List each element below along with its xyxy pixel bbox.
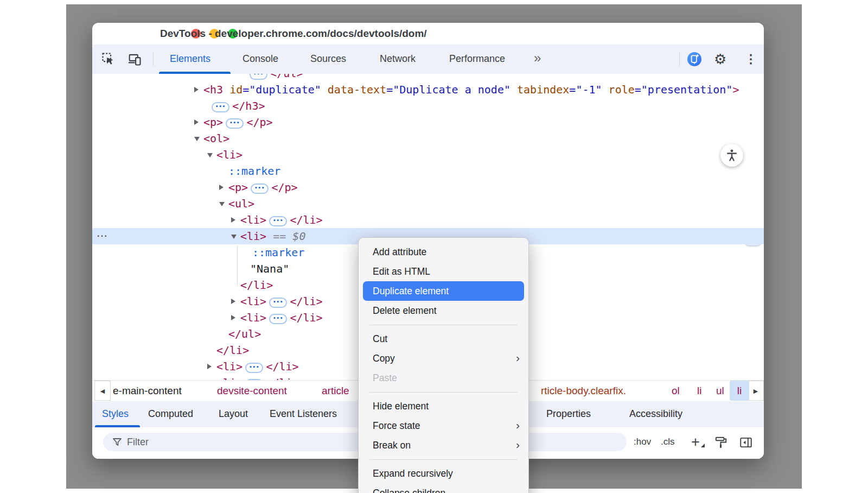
- more-tabs-button[interactable]: »: [534, 45, 540, 72]
- tree-row[interactable]: "Nana": [250, 261, 289, 277]
- ellipsis-expander-icon[interactable]: •••: [269, 216, 287, 226]
- tree-row[interactable]: <h3 id="duplicate" data-text="Duplicate …: [203, 81, 739, 98]
- collapse-arrow-icon[interactable]: [219, 202, 225, 206]
- submenu-chevron-icon: ›: [516, 348, 520, 368]
- selected-row-dots[interactable]: ⋯: [97, 228, 107, 244]
- tree-row[interactable]: <ol>: [203, 130, 229, 147]
- crumb-forward-button[interactable]: ▶: [748, 381, 764, 401]
- accessibility-overlay-button[interactable]: [720, 144, 743, 167]
- breadcrumb-item-article[interactable]: article: [322, 381, 349, 401]
- window-titlebar: DevTools - developer.chrome.com/docs/dev…: [92, 23, 764, 45]
- sidebar-tab-event-listeners[interactable]: Event Listeners: [270, 401, 337, 427]
- code-segment-tag: <li>: [240, 295, 266, 308]
- breadcrumb-item-rticle-body-clearfix[interactable]: rticle-body.clearfix.: [541, 381, 626, 401]
- tree-row[interactable]: <p>•••</p>: [203, 114, 273, 130]
- tab-network[interactable]: Network: [380, 45, 416, 73]
- breadcrumb-item-li[interactable]: li: [697, 381, 701, 401]
- tree-row[interactable]: <li>•••</li>: [240, 309, 323, 326]
- tree-row[interactable]: <li>•••</li>: [240, 293, 323, 309]
- expand-arrow-icon[interactable]: [194, 119, 199, 125]
- tree-row[interactable]: <li> == $0: [240, 228, 305, 244]
- tree-row[interactable]: <li>•••</li>: [216, 375, 299, 380]
- tab-elements[interactable]: Elements: [170, 45, 210, 73]
- menu-item-add-attribute[interactable]: Add attribute: [359, 242, 528, 262]
- expand-arrow-icon[interactable]: [219, 185, 224, 190]
- tree-row[interactable]: •••</ul>: [247, 74, 303, 81]
- menu-item-cut[interactable]: Cut: [359, 329, 528, 349]
- tree-row[interactable]: <p>•••</p>: [228, 179, 298, 195]
- ellipsis-expander-icon[interactable]: •••: [245, 363, 263, 373]
- code-segment-tag: <li>: [216, 148, 242, 161]
- tree-row[interactable]: <li>: [216, 147, 242, 163]
- breadcrumb-item-e-main-content[interactable]: e-main-content: [113, 381, 182, 401]
- submenu-chevron-icon: ›: [516, 435, 520, 454]
- code-segment-marker: ::marker: [228, 165, 280, 178]
- menu-item-expand-recursively[interactable]: Expand recursively: [359, 464, 528, 483]
- menu-item-break-on[interactable]: Break on›: [359, 435, 528, 455]
- code-segment-tag: <h3: [203, 83, 229, 96]
- toggle-sidebar-button[interactable]: [739, 435, 753, 450]
- collapse-arrow-icon[interactable]: [194, 137, 200, 141]
- tab-performance[interactable]: Performance: [449, 45, 505, 73]
- tree-row[interactable]: <li>•••</li>: [216, 358, 299, 375]
- code-segment-tag: </p>: [271, 181, 297, 194]
- tree-row[interactable]: <ul>: [228, 195, 254, 212]
- sidebar-tab-layout[interactable]: Layout: [219, 401, 248, 427]
- tree-row[interactable]: </li>: [240, 277, 273, 293]
- tree-row[interactable]: •••</h3>: [209, 98, 265, 114]
- sidebar-tab-styles[interactable]: Styles: [102, 401, 129, 427]
- tree-row[interactable]: </li>: [216, 342, 249, 358]
- screenshot-canvas: DevTools - developer.chrome.com/docs/dev…: [0, 0, 868, 493]
- breadcrumb-item-ol[interactable]: ol: [672, 381, 680, 401]
- settings-gear-icon[interactable]: ⚙: [714, 45, 726, 74]
- device-toolbar-icon[interactable]: [127, 52, 142, 67]
- ellipsis-expander-icon[interactable]: •••: [250, 74, 267, 80]
- code-segment-tag: <p>: [203, 116, 223, 129]
- collapse-arrow-icon[interactable]: [207, 153, 213, 157]
- expand-arrow-icon[interactable]: [207, 364, 212, 369]
- menu-item-label: Expand recursively: [373, 468, 453, 479]
- code-segment-val: ="presentation": [635, 83, 733, 96]
- breadcrumb-item-li[interactable]: li: [730, 381, 749, 401]
- sidebar-tab-properties[interactable]: Properties: [546, 401, 591, 427]
- inspect-element-icon[interactable]: [101, 52, 116, 67]
- tree-row[interactable]: ::marker: [252, 244, 304, 261]
- expand-arrow-icon[interactable]: [231, 315, 235, 320]
- code-segment-tag: </li>: [290, 213, 322, 226]
- breadcrumb-item-devsite-content[interactable]: devsite-content: [217, 381, 287, 401]
- menu-item-label: Duplicate element: [373, 286, 449, 296]
- menu-item-force-state[interactable]: Force state›: [359, 416, 528, 435]
- collapse-arrow-icon[interactable]: [231, 235, 237, 239]
- ellipsis-expander-icon[interactable]: •••: [269, 298, 287, 308]
- menu-item-duplicate-element[interactable]: Duplicate element: [363, 281, 524, 301]
- menu-item-copy[interactable]: Copy›: [359, 349, 528, 368]
- ellipsis-expander-icon[interactable]: •••: [226, 118, 244, 129]
- menu-item-collapse-children[interactable]: Collapse children: [359, 483, 528, 493]
- tree-row[interactable]: </ul>: [228, 326, 261, 342]
- menu-item-delete-element[interactable]: Delete element: [359, 301, 528, 320]
- menu-item-edit-as-html[interactable]: Edit as HTML: [359, 262, 528, 281]
- ai-assistant-button[interactable]: [687, 52, 702, 67]
- ellipsis-expander-icon[interactable]: •••: [212, 102, 229, 112]
- crumb-back-button[interactable]: ◀: [94, 381, 111, 401]
- sidebar-tab-computed[interactable]: Computed: [148, 401, 193, 427]
- ellipsis-expander-icon[interactable]: •••: [251, 184, 269, 194]
- menu-item-hide-element[interactable]: Hide element: [359, 396, 528, 416]
- tab-sources[interactable]: Sources: [310, 45, 346, 73]
- expand-arrow-icon[interactable]: [231, 217, 235, 223]
- code-segment-tag: </li>: [290, 295, 322, 308]
- filter-control-[interactable]: +: [691, 427, 700, 457]
- expand-arrow-icon[interactable]: [194, 87, 199, 92]
- breadcrumb-item-ul[interactable]: ul: [716, 381, 724, 401]
- filter-control-cls[interactable]: .cls: [661, 427, 675, 457]
- expand-arrow-icon[interactable]: [231, 299, 235, 304]
- more-options-icon[interactable]: ⋮: [745, 45, 757, 74]
- tree-row[interactable]: <li>•••</li>: [240, 212, 323, 228]
- paint-brush-button[interactable]: [714, 435, 728, 450]
- code-segment-tag: </li>: [240, 279, 273, 292]
- sidebar-tab-accessibility[interactable]: Accessibility: [629, 401, 682, 427]
- tree-row[interactable]: ::marker: [228, 163, 280, 179]
- ellipsis-expander-icon[interactable]: •••: [269, 314, 287, 324]
- filter-control-hov[interactable]: :hov: [634, 427, 651, 457]
- tab-console[interactable]: Console: [242, 45, 278, 73]
